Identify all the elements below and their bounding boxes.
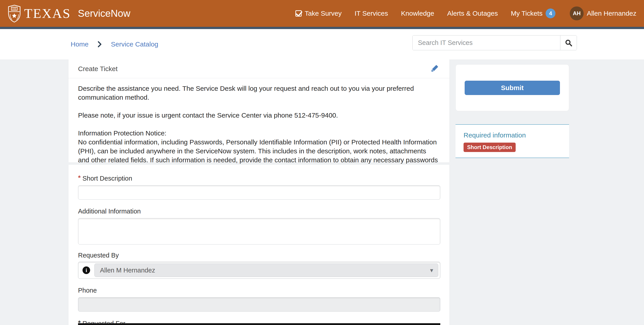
short-description-input[interactable] <box>78 185 440 200</box>
ut-shield-icon <box>8 4 21 23</box>
sidebar: Submit Required information Short Descri… <box>456 64 569 158</box>
search-group <box>412 35 577 50</box>
requested-by-label-text: Requested By <box>78 252 119 259</box>
cut-off-field-edge <box>78 323 440 325</box>
chevron-down-icon: ▼ <box>430 268 433 273</box>
nav-my-tickets-label: My Tickets <box>511 9 543 17</box>
requested-by-select[interactable]: Allen M Hernandez ▼ <box>94 264 438 277</box>
create-ticket-card: Create Ticket Describe the assistance yo… <box>68 59 450 162</box>
requested-by-label: Requested By <box>78 252 439 259</box>
breadcrumb: Home Service Catalog <box>71 29 158 59</box>
breadcrumb-bar: Home Service Catalog <box>0 29 644 59</box>
breadcrumb-home-link[interactable]: Home <box>71 40 88 48</box>
search-icon <box>565 39 572 47</box>
phone-label-text: Phone <box>78 287 97 294</box>
header-bar: TEXAS ServiceNow Take Survey IT Services… <box>0 0 644 27</box>
additional-information-label: Additional Information <box>78 208 439 215</box>
ticket-form-card: *Short Description Additional Informatio… <box>68 165 450 325</box>
survey-checkbox-icon <box>296 10 302 16</box>
main-area: Create Ticket Describe the assistance yo… <box>0 59 644 325</box>
short-description-label-text: Short Description <box>82 175 132 182</box>
item-description: Describe the assistance you need. The Se… <box>68 78 450 173</box>
app-title: ServiceNow <box>78 8 130 19</box>
submit-button[interactable]: Submit <box>465 81 560 95</box>
top-nav: Take Survey IT Services Knowledge Alerts… <box>296 6 636 20</box>
header-accent-strip <box>0 27 644 29</box>
nav-knowledge[interactable]: Knowledge <box>401 9 434 17</box>
catalog-item-column: Create Ticket Describe the assistance yo… <box>68 59 450 325</box>
nav-take-survey[interactable]: Take Survey <box>296 9 342 17</box>
description-intro: Describe the assistance you need. The Se… <box>78 84 439 102</box>
requested-by-info-addon[interactable]: i <box>78 267 94 274</box>
search-button[interactable] <box>560 35 577 50</box>
chevron-right-icon <box>98 41 102 48</box>
user-menu[interactable]: AH Allen Hernandez <box>568 6 636 20</box>
required-information-title: Required information <box>464 131 569 139</box>
required-information-card: Required information Short Description <box>456 124 569 158</box>
additional-information-textarea[interactable] <box>78 218 440 245</box>
breadcrumb-current[interactable]: Service Catalog <box>111 40 158 48</box>
nav-my-tickets[interactable]: My Tickets 4 <box>511 8 556 18</box>
urgent-note: Please note, if your issue is urgent con… <box>78 111 439 120</box>
info-icon: i <box>82 267 90 274</box>
edit-pencil-icon[interactable] <box>430 64 439 73</box>
required-field-badge[interactable]: Short Description <box>464 143 516 152</box>
university-logo[interactable]: TEXAS ServiceNow <box>8 4 130 23</box>
page-title: Create Ticket <box>78 65 118 73</box>
avatar: AH <box>570 6 584 20</box>
requested-by-group: i Allen M Hernandez ▼ <box>78 262 440 279</box>
nav-take-survey-label: Take Survey <box>305 9 342 17</box>
requested-by-value: Allen M Hernandez <box>100 267 155 274</box>
phone-label: Phone <box>78 287 439 294</box>
create-ticket-header: Create Ticket <box>68 59 450 78</box>
required-asterisk: * <box>78 174 81 181</box>
additional-information-label-text: Additional Information <box>78 208 141 215</box>
nav-knowledge-label: Knowledge <box>401 9 434 17</box>
page: TEXAS ServiceNow Take Survey IT Services… <box>0 0 644 325</box>
nav-it-services-label: IT Services <box>355 9 388 17</box>
nav-it-services[interactable]: IT Services <box>355 9 388 17</box>
notice-title: Information Protection Notice: <box>78 129 439 138</box>
submit-card: Submit <box>456 64 569 111</box>
logo-wordmark: TEXAS <box>24 6 71 21</box>
nav-alerts-outages-label: Alerts & Outages <box>447 9 498 17</box>
user-name: Allen Hernandez <box>587 9 636 17</box>
short-description-label: *Short Description <box>78 175 439 182</box>
nav-alerts-outages[interactable]: Alerts & Outages <box>447 9 498 17</box>
my-tickets-count-badge: 4 <box>546 8 556 18</box>
phone-input <box>78 297 440 312</box>
search-input[interactable] <box>412 35 560 50</box>
